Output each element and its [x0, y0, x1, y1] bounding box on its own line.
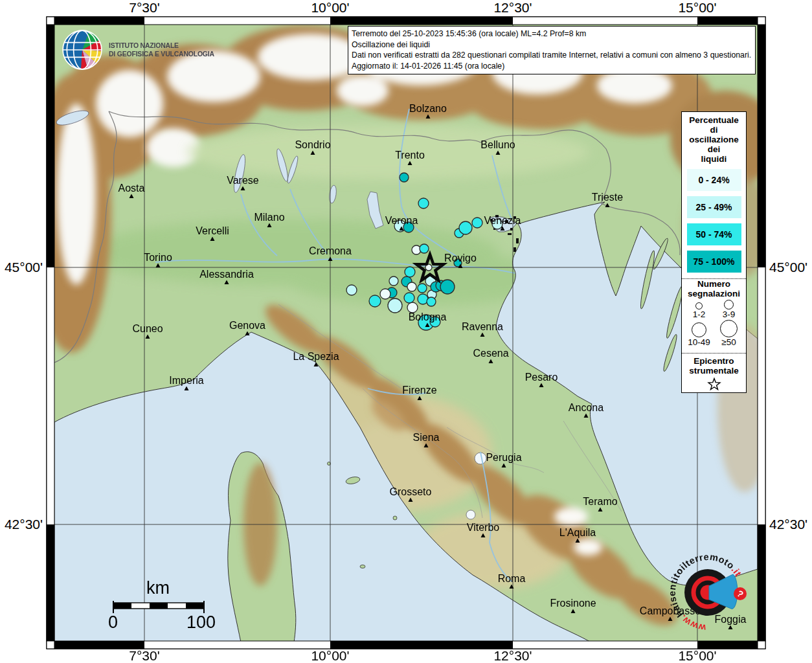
city-label: Ancona	[569, 402, 603, 413]
axis-label: 15°00'	[678, 648, 716, 663]
epicenter-star-icon	[705, 377, 724, 392]
city-label: Cuneo	[132, 323, 163, 334]
report-point	[389, 276, 398, 286]
city-label: Roma	[498, 573, 526, 584]
city-label: Torino	[144, 252, 172, 263]
map-area: BolzanoSondrioTrentoBellunoTriesteAostaV…	[31, 25, 780, 646]
frame-corner	[47, 641, 54, 649]
city-label: Frosinone	[550, 598, 596, 609]
legend-percent-classes: 0 - 24%25 - 49%50 - 74%75 - 100%	[687, 164, 741, 273]
city-label: La Spezia	[293, 351, 339, 362]
legend-signal-item: 10-49	[688, 322, 710, 347]
city-label: Bologna	[409, 311, 447, 322]
frame-segment	[758, 25, 765, 267]
city-label: Imperia	[169, 375, 203, 386]
scalebar-end: 100	[186, 612, 216, 633]
frame-corner	[758, 641, 765, 649]
city-label: Rovigo	[444, 253, 477, 264]
report-point	[472, 218, 482, 228]
legend-signal-item: 1-2	[693, 302, 706, 319]
axis-label: 12°30'	[493, 0, 532, 16]
legend-class-swatch: 0 - 24%	[687, 169, 741, 191]
city-label: Firenze	[402, 385, 436, 396]
frame-segment	[47, 524, 54, 641]
legend-epicenter-title: Epicentro strumentale	[689, 356, 739, 376]
report-point	[420, 244, 429, 253]
report-point	[404, 293, 414, 303]
legend-percent-title: Percentuale di oscillazione dei liquidi	[689, 112, 739, 164]
signal-size-label: 3-9	[723, 309, 736, 319]
city-label: Venezia	[484, 215, 521, 226]
signal-size-circle-icon	[695, 302, 703, 309]
city-label: Trento	[395, 150, 425, 161]
map-legend: Percentuale di oscillazione dei liquidi …	[681, 111, 747, 393]
report-point	[418, 284, 427, 293]
scalebar-start: 0	[108, 612, 118, 633]
axis-label: 15°00'	[678, 0, 716, 16]
legend-signals-title: Numero segnalazioni	[688, 279, 740, 298]
frame-segment	[758, 524, 765, 641]
legend-signal-sizes: 1-23-910-49≥50	[684, 300, 744, 347]
axis-label: 10°00'	[311, 648, 349, 663]
report-point	[407, 282, 416, 291]
signal-size-label: ≥50	[721, 337, 736, 347]
legend-class-swatch: 25 - 49%	[687, 196, 741, 218]
event-title: Terremoto del 25-10-2023 15:45:36 (ora l…	[352, 28, 752, 39]
city-label: Foggia	[715, 614, 747, 625]
scalebar-unit: km	[146, 578, 170, 598]
report-point	[400, 173, 409, 182]
city-label: Aosta	[118, 183, 145, 194]
frame-corner	[47, 17, 54, 25]
city-label: Varese	[227, 175, 259, 186]
city-label: L'Aquila	[559, 527, 596, 538]
report-point	[388, 298, 402, 313]
ingv-globe-icon	[61, 28, 104, 71]
legend-signal-item: ≥50	[720, 320, 738, 347]
city-label: Perugia	[486, 452, 521, 463]
frame-segment	[47, 25, 54, 267]
signal-size-circle-icon	[692, 322, 706, 337]
city-label: Alessandria	[199, 269, 254, 280]
report-point	[405, 267, 415, 277]
report-point	[418, 198, 429, 208]
report-point	[427, 297, 436, 306]
data-disclaimer: Dati non verificati estratti da 282 ques…	[352, 50, 752, 61]
report-point	[346, 285, 357, 295]
axis-label: 45°00'	[0, 260, 43, 275]
signal-size-circle-icon	[720, 320, 738, 337]
axis-label: 45°00'	[769, 260, 807, 275]
frame-segment	[697, 17, 758, 25]
frame-corner	[758, 17, 765, 25]
city-label: Trieste	[592, 192, 623, 203]
ingv-logo-line2: DI GEOFISICA E VULCANOLOGIA	[109, 50, 214, 58]
updated-timestamp: Aggiornato il: 14-01-2026 11:45 (ora loc…	[352, 61, 752, 72]
axis-label: 7°30'	[129, 648, 159, 663]
city-label: Verona	[385, 215, 418, 226]
event-info-box: Terremoto del 25-10-2023 15:45:36 (ora l…	[348, 26, 756, 74]
axis-label: 42°30'	[769, 517, 807, 532]
report-point	[459, 221, 472, 234]
city-label: Bolzano	[409, 103, 447, 114]
frame-segment	[330, 17, 513, 25]
legend-class-swatch: 50 - 74%	[687, 223, 741, 245]
axis-label: 7°30'	[129, 0, 159, 16]
legend-signal-item: 3-9	[723, 300, 736, 319]
signal-size-label: 10-49	[688, 337, 710, 347]
legend-divider	[682, 353, 746, 354]
city-label: Cremona	[309, 245, 352, 256]
prealps-foothills	[188, 125, 589, 179]
frame-segment	[330, 641, 513, 649]
ingv-logo-text: ISTITUTO NAZIONALE DI GEOFISICA E VULCAN…	[109, 41, 214, 58]
city-label: Belluno	[480, 139, 515, 150]
city-label: Vercelli	[196, 225, 229, 236]
signal-size-circle-icon	[724, 300, 734, 309]
city-label: Sondrio	[295, 139, 330, 150]
city-label: Ravenna	[462, 321, 503, 332]
map-subject: Oscillazione dei liquidi	[352, 39, 752, 51]
city-label: Milano	[254, 212, 284, 223]
report-point	[380, 289, 390, 299]
report-point	[369, 295, 381, 307]
city-label: Siena	[413, 432, 440, 443]
legend-class-swatch: 75 - 100%	[687, 251, 741, 273]
hsit-liquid-oscillation-map: BolzanoSondrioTrentoBellunoTriesteAostaV…	[0, 0, 812, 663]
